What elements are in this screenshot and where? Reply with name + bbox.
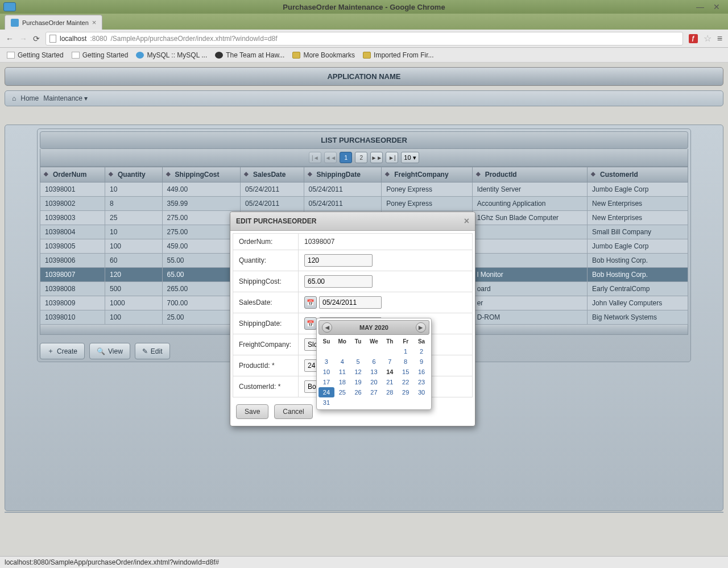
day-header: Mo [334, 337, 350, 346]
day-cell[interactable]: 12 [350, 367, 366, 377]
cell-customerid: Bob Hosting Corp. [588, 254, 688, 268]
shippingcost-input[interactable] [304, 275, 373, 288]
cell-productid: D-ROM [472, 310, 587, 325]
col-customerid[interactable]: ◆CustomerId [588, 167, 688, 183]
create-button[interactable]: ＋Create [40, 343, 85, 359]
col-shippingcost[interactable]: ◆ShippingCost [162, 167, 241, 183]
reload-icon[interactable]: ⟳ [33, 34, 40, 43]
bookmark-item[interactable]: Getting Started [72, 51, 129, 59]
sort-icon: ◆ [109, 171, 113, 177]
col-freightcompany[interactable]: ◆FreightCompany [382, 167, 472, 183]
cell-ordernum: 10398001 [40, 183, 105, 197]
browser-tab[interactable]: PurchaseOrder Mainten × [5, 15, 102, 30]
day-cell[interactable]: 6 [366, 356, 382, 367]
day-cell[interactable]: 13 [366, 367, 382, 377]
day-cell-today[interactable]: 14 [382, 367, 398, 377]
day-cell[interactable]: 18 [334, 377, 350, 387]
next-page-button[interactable]: ►► [370, 152, 383, 163]
day-cell[interactable]: 3 [318, 356, 334, 367]
bookmark-item[interactable]: Getting Started [7, 51, 64, 59]
edit-button[interactable]: ✎Edit [135, 343, 170, 359]
last-page-button[interactable]: ►| [386, 152, 398, 163]
day-cell[interactable]: 22 [398, 377, 413, 387]
page-size-select[interactable]: 10 ▾ [401, 152, 419, 163]
footer-separator [5, 512, 723, 513]
home-icon[interactable]: ⌂ [12, 94, 16, 102]
day-cell[interactable]: 20 [366, 377, 382, 387]
cell-customerid: Bob Hosting Corp. [588, 268, 688, 282]
calendar-icon[interactable]: 📅 [304, 296, 317, 309]
day-cell[interactable]: 16 [413, 367, 429, 377]
cell-quantity: 10 [105, 183, 162, 197]
day-cell[interactable]: 1 [398, 346, 413, 356]
bookmark-item[interactable]: More Bookmarks [292, 51, 355, 59]
day-cell[interactable]: 11 [334, 367, 350, 377]
col-productid[interactable]: ◆ProductId [472, 167, 587, 183]
browser-menu-icon[interactable]: ≡ [717, 34, 722, 44]
day-cell-selected[interactable]: 24 [318, 387, 334, 397]
day-header: We [366, 337, 382, 346]
day-cell[interactable]: 7 [382, 356, 398, 367]
forward-icon: → [19, 34, 27, 43]
prev-month-button[interactable]: ◀ [322, 322, 332, 333]
day-cell[interactable]: 2 [413, 346, 429, 356]
close-icon[interactable]: × [92, 18, 97, 27]
bookmark-star-icon[interactable]: ☆ [704, 33, 712, 44]
flash-icon[interactable]: ƒ [689, 34, 698, 43]
cell-productid: er [472, 296, 587, 310]
col-quantity[interactable]: ◆Quantity [105, 167, 162, 183]
salesdate-input[interactable] [319, 296, 382, 309]
cell-quantity: 500 [105, 282, 162, 296]
dialog-header[interactable]: EDIT PURCHASEORDER × [230, 212, 475, 231]
table-row[interactable]: 103980028359.9905/24/201105/24/2011Poney… [40, 197, 688, 211]
col-ordernum[interactable]: ◆OrderNum [40, 167, 105, 183]
breadcrumb-home[interactable]: Home [20, 94, 39, 102]
view-button[interactable]: 🔍View [89, 343, 130, 359]
day-cell[interactable]: 17 [318, 377, 334, 387]
page-button-1[interactable]: 1 [340, 152, 352, 163]
cell-shippingcost: 25.00 [162, 310, 241, 325]
bookmark-item[interactable]: Imported From Fir... [363, 51, 433, 59]
day-cell[interactable]: 21 [382, 377, 398, 387]
next-month-button[interactable]: ▶ [416, 322, 426, 333]
day-cell[interactable]: 27 [366, 387, 382, 397]
cell-ordernum: 10398008 [40, 282, 105, 296]
calendar-icon[interactable]: 📅 [304, 317, 317, 330]
quantity-input[interactable] [304, 254, 373, 267]
window-titlebar: PurchaseOrder Maintenance - Google Chrom… [0, 0, 728, 14]
day-cell[interactable]: 10 [318, 367, 334, 377]
day-cell[interactable]: 9 [413, 356, 429, 367]
save-button[interactable]: Save [236, 404, 268, 419]
day-cell[interactable]: 29 [398, 387, 413, 397]
breadcrumb-maintenance[interactable]: Maintenance ▾ [43, 94, 88, 102]
cell-quantity: 100 [105, 310, 162, 325]
cell-customerid: Big Network Systems [588, 310, 688, 325]
day-cell[interactable]: 30 [413, 387, 429, 397]
day-cell[interactable]: 25 [334, 387, 350, 397]
day-cell[interactable]: 4 [334, 356, 350, 367]
day-cell[interactable]: 31 [318, 397, 334, 408]
cell-customerid: New Enterprises [588, 197, 688, 211]
day-cell[interactable]: 5 [350, 356, 366, 367]
back-icon[interactable]: ← [6, 34, 14, 43]
cancel-button[interactable]: Cancel [274, 404, 312, 419]
bookmark-item[interactable]: MySQL :: MySQL ... [136, 51, 207, 59]
tab-label: PurchaseOrder Mainten [22, 19, 89, 26]
col-salesdate[interactable]: ◆SalesDate [241, 167, 304, 183]
day-cell[interactable]: 8 [398, 356, 413, 367]
day-cell[interactable]: 26 [350, 387, 366, 397]
url-bar[interactable]: localhost:8080/SampleApp/purchaseOrder/i… [46, 32, 683, 45]
cell-shippingdate: 05/24/2011 [304, 183, 382, 197]
mysql-icon [136, 52, 144, 59]
day-cell[interactable]: 23 [413, 377, 429, 387]
day-cell[interactable]: 15 [398, 367, 413, 377]
page-button-2[interactable]: 2 [355, 152, 367, 163]
bookmark-item[interactable]: The Team at Haw... [215, 51, 284, 59]
label-customerid: CustomerId: * [233, 376, 299, 397]
table-row[interactable]: 1039800110449.0005/24/201105/24/2011Pone… [40, 183, 688, 197]
close-icon[interactable]: × [464, 216, 469, 226]
day-cell[interactable]: 19 [350, 377, 366, 387]
cell-ordernum: 10398009 [40, 296, 105, 310]
col-shippingdate[interactable]: ◆ShippingDate [304, 167, 382, 183]
day-cell[interactable]: 28 [382, 387, 398, 397]
